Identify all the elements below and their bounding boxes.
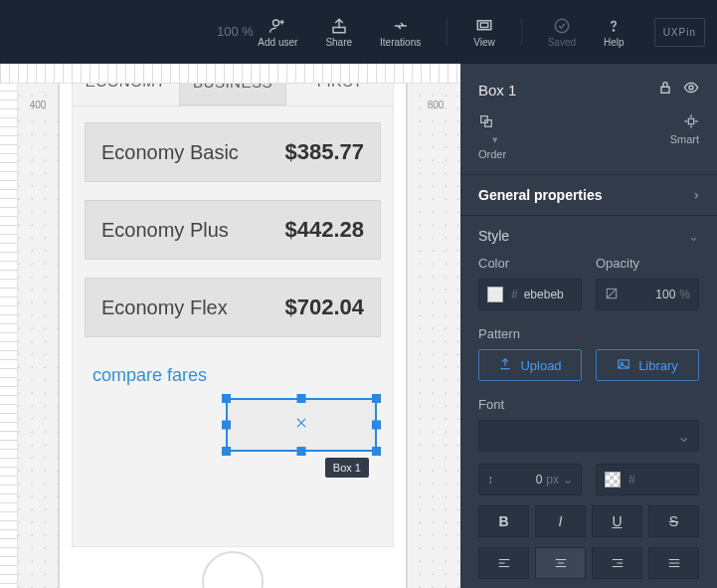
svg-point-0 <box>273 20 279 26</box>
saved-icon <box>553 17 571 35</box>
resize-handle[interactable] <box>222 394 231 403</box>
ruler-vertical[interactable] <box>0 64 18 588</box>
ruler-mark: 800 <box>428 99 445 110</box>
align-justify-toggle[interactable] <box>648 547 699 579</box>
opacity-label: Opacity <box>596 256 699 271</box>
chevron-down-icon: ⌄ <box>688 229 699 244</box>
font-color-input[interactable]: # <box>596 464 699 495</box>
help-label: Help <box>604 37 625 48</box>
upload-label: Upload <box>520 358 561 373</box>
selected-element[interactable] <box>226 398 377 452</box>
upload-icon <box>498 357 512 374</box>
library-icon <box>617 357 630 374</box>
opacity-value: 100 <box>619 288 675 301</box>
bold-toggle[interactable]: B <box>478 505 529 537</box>
svg-rect-10 <box>688 118 693 123</box>
resize-handle[interactable] <box>297 394 306 403</box>
share-label: Share <box>325 37 352 48</box>
fare-row[interactable]: Economy Basic $385.77 <box>85 122 381 182</box>
canvas[interactable]: 400 500 600 700 800 ECONOMY BUSINESS FIR… <box>0 64 460 588</box>
font-size-value: 0 <box>493 473 542 487</box>
add-user-label: Add user <box>258 37 297 48</box>
italic-toggle[interactable]: I <box>535 505 586 537</box>
font-size-input[interactable]: ↕ 0 px ⌄ <box>478 464 582 495</box>
color-value: ebebeb <box>524 288 564 301</box>
help-icon <box>605 17 623 35</box>
ruler-horizontal[interactable] <box>0 64 460 84</box>
chevron-down-icon: ⌄ <box>677 427 690 446</box>
smart-button[interactable]: Smart <box>670 113 699 160</box>
style-header[interactable]: Style ⌄ <box>478 228 699 244</box>
align-left-toggle[interactable] <box>478 547 529 579</box>
opacity-unit: % <box>679 288 690 301</box>
resize-handle[interactable] <box>222 447 231 456</box>
visibility-icon[interactable] <box>683 80 699 99</box>
view-icon <box>475 17 493 35</box>
general-section[interactable]: General properties ⌄ <box>460 175 717 216</box>
font-size-unit: px <box>546 473 559 487</box>
opacity-input[interactable]: 100 % <box>596 279 699 310</box>
saved-label: Saved <box>548 37 576 48</box>
svg-point-5 <box>614 29 615 30</box>
top-toolbar: 100 % Add user Share Iterations View Sav… <box>0 0 717 64</box>
resize-handle[interactable] <box>372 447 381 456</box>
transparent-swatch[interactable] <box>605 472 621 488</box>
toolbar-divider <box>521 18 522 46</box>
fare-row[interactable]: Economy Plus $442.28 <box>85 200 381 260</box>
add-user-icon <box>269 17 286 35</box>
selected-element-name: Box 1 <box>478 82 516 98</box>
fare-name: Economy Plus <box>101 219 229 242</box>
resize-handle[interactable] <box>297 447 306 456</box>
view-button[interactable]: View <box>465 13 503 52</box>
fare-row[interactable]: Economy Flex $702.04 <box>85 278 381 337</box>
smart-icon <box>683 113 699 131</box>
properties-panel: Box 1 ▾ Order Smart General properties ⌄… <box>460 64 717 588</box>
upload-button[interactable]: Upload <box>478 349 582 381</box>
fare-name: Economy Flex <box>101 296 228 319</box>
underline-toggle[interactable]: U <box>592 505 642 537</box>
zoom-level[interactable]: 100 % <box>217 24 254 39</box>
style-title: Style <box>478 228 509 244</box>
style-section: Style ⌄ Color # ebebeb Opacity 100 % <box>460 216 717 588</box>
color-input[interactable]: # ebebeb <box>478 279 582 310</box>
fare-price: $442.28 <box>284 217 364 243</box>
phone-mockup[interactable]: ECONOMY BUSINESS FIRST Economy Basic $38… <box>58 64 408 588</box>
svg-rect-1 <box>333 27 345 32</box>
add-user-button[interactable]: Add user <box>250 13 305 52</box>
svg-rect-6 <box>661 87 669 93</box>
iterations-icon <box>392 17 410 35</box>
pattern-label: Pattern <box>478 326 699 341</box>
lock-icon[interactable] <box>657 80 673 99</box>
library-button[interactable]: Library <box>596 349 699 381</box>
general-title: General properties <box>478 187 603 203</box>
svg-point-7 <box>689 86 693 90</box>
share-button[interactable]: Share <box>317 13 360 52</box>
color-swatch[interactable] <box>487 287 503 302</box>
compare-fares-link[interactable]: compare fares <box>85 355 381 396</box>
align-center-toggle[interactable] <box>535 547 586 579</box>
resize-handle[interactable] <box>372 394 381 403</box>
brand-logo[interactable]: UXPin <box>654 18 705 47</box>
font-family-select[interactable]: ⌄ <box>478 420 699 452</box>
align-right-toggle[interactable] <box>592 547 642 579</box>
order-icon <box>478 113 494 131</box>
hash-icon: # <box>628 473 635 487</box>
color-label: Color <box>478 256 582 271</box>
strike-toggle[interactable]: S <box>648 505 699 537</box>
chevron-down-icon[interactable]: ⌄ <box>563 473 573 487</box>
resize-handle[interactable] <box>222 421 231 430</box>
smart-label: Smart <box>670 133 699 145</box>
hash-icon: # <box>511 288 518 301</box>
selection-overlay[interactable]: Box 1 <box>226 398 377 452</box>
iterations-button[interactable]: Iterations <box>372 13 429 52</box>
iterations-label: Iterations <box>380 37 421 48</box>
fare-name: Economy Basic <box>101 141 239 164</box>
order-button[interactable]: ▾ Order <box>478 113 506 160</box>
help-button[interactable]: Help <box>596 13 632 52</box>
saved-indicator: Saved <box>540 13 584 52</box>
view-label: View <box>473 37 495 48</box>
svg-rect-3 <box>480 23 488 28</box>
opacity-icon <box>605 287 619 303</box>
resize-handle[interactable] <box>372 421 381 430</box>
close-icon[interactable] <box>294 416 308 434</box>
